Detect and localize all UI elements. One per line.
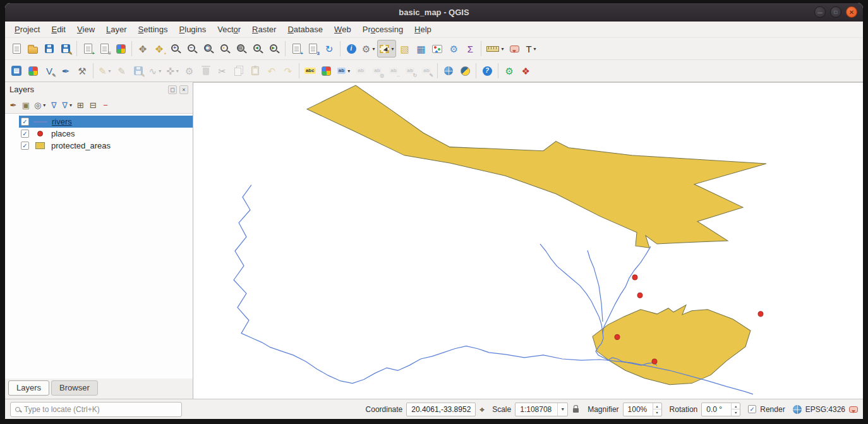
- current-edits-dropdown[interactable]: ▾: [109, 68, 111, 74]
- layer-row-rivers[interactable]: ✓rivers: [19, 116, 193, 128]
- zoom-in-button[interactable]: +: [167, 40, 184, 58]
- menu-raster[interactable]: Raster: [246, 21, 282, 37]
- save-project-button[interactable]: [41, 40, 57, 58]
- new-3d-map-view-button[interactable]: 3: [304, 40, 321, 58]
- zoom-full-extent-button[interactable]: ▢: [200, 40, 217, 58]
- messages-icon[interactable]: [849, 406, 858, 413]
- multiedit-attributes-button[interactable]: ⚙: [181, 62, 198, 80]
- title-bar[interactable]: basic_map - QGIS — □ ✕: [5, 3, 863, 21]
- render-checkbox[interactable]: ✓: [748, 405, 756, 413]
- pan-map-button[interactable]: ✥: [135, 40, 151, 58]
- coordinate-input[interactable]: [406, 403, 476, 416]
- magnifier-up-icon[interactable]: ▴: [653, 403, 661, 410]
- menu-help[interactable]: Help: [409, 21, 437, 37]
- options-button[interactable]: ⚙: [445, 40, 462, 58]
- locator-input[interactable]: [24, 405, 177, 414]
- zoom-out-button[interactable]: −: [184, 40, 200, 58]
- layer-row-protected_areas[interactable]: ✓protected_areas: [19, 140, 193, 152]
- current-edits-button[interactable]: ✎▾: [96, 62, 114, 80]
- copy-features-button[interactable]: [231, 62, 247, 80]
- expand-all-button[interactable]: ⊞: [74, 98, 87, 112]
- menu-layer[interactable]: Layer: [100, 21, 133, 37]
- map-canvas[interactable]: [193, 82, 863, 399]
- pan-map-to-selection-button[interactable]: ✥▪: [151, 40, 167, 58]
- toggle-editing-button[interactable]: ✎: [114, 62, 130, 80]
- change-label-properties-button[interactable]: ab✎: [418, 62, 435, 80]
- python-console-button[interactable]: [457, 62, 473, 80]
- measure-line-dropdown[interactable]: ▾: [501, 46, 503, 52]
- crs-globe-icon[interactable]: [793, 405, 802, 414]
- map-tips-button[interactable]: [507, 40, 523, 58]
- new-project-button[interactable]: [8, 40, 25, 58]
- paste-features-button[interactable]: [247, 62, 263, 80]
- run-feature-action-dropdown[interactable]: ▾: [372, 46, 375, 52]
- select-features-button[interactable]: ▾: [377, 40, 396, 58]
- rotation-down-icon[interactable]: ▾: [732, 409, 740, 416]
- tab-browser[interactable]: Browser: [51, 380, 98, 396]
- rotation-spinbox[interactable]: 0.0 ° ▴ ▾: [701, 403, 740, 416]
- scale-combo[interactable]: 1:108708 ▾: [515, 403, 568, 416]
- metasearch-button[interactable]: [440, 62, 457, 80]
- labeling-options-dropdown[interactable]: ▾: [347, 68, 350, 74]
- open-project-button[interactable]: [25, 40, 41, 58]
- locator-bar[interactable]: [10, 402, 182, 417]
- text-annotation-dropdown[interactable]: ▾: [534, 46, 536, 52]
- identify-features-button[interactable]: i: [343, 40, 359, 58]
- new-print-layout-button[interactable]: +: [80, 40, 96, 58]
- text-annotation-button[interactable]: T▾: [523, 40, 539, 58]
- zoom-to-layer-button[interactable]: ▤: [233, 40, 250, 58]
- undo-button[interactable]: ↶: [263, 62, 280, 80]
- rotate-label-button[interactable]: ab↻: [402, 62, 418, 80]
- zoom-last-button[interactable]: ◂: [250, 40, 266, 58]
- menu-plugins[interactable]: Plugins: [174, 21, 212, 37]
- filter-by-expression-dropdown[interactable]: ▾: [69, 102, 72, 108]
- menu-edit[interactable]: Edit: [45, 21, 71, 37]
- zoom-to-selection-button[interactable]: ▪: [217, 40, 233, 58]
- magnifier-lock-icon[interactable]: [573, 408, 579, 413]
- vertex-tool-dropdown[interactable]: ▾: [176, 68, 179, 74]
- layer-visibility-checkbox[interactable]: ✓: [21, 142, 29, 150]
- collapse-all-button[interactable]: ⊟: [87, 98, 99, 112]
- layer-diagram-button[interactable]: [318, 62, 335, 80]
- select-features-dropdown[interactable]: ▾: [391, 46, 394, 52]
- show-hide-labels-button[interactable]: ab◎: [369, 62, 385, 80]
- move-label-button[interactable]: ab↔: [385, 62, 402, 80]
- open-attribute-table-button[interactable]: ▦: [413, 40, 429, 58]
- open-field-calculator-button[interactable]: [429, 40, 445, 58]
- new-map-view-button[interactable]: +: [288, 40, 304, 58]
- extents-toggle-icon[interactable]: ⌖: [479, 405, 485, 414]
- add-feature-dropdown[interactable]: ▾: [159, 68, 161, 74]
- show-statistical-summary-button[interactable]: Σ: [462, 40, 478, 58]
- run-feature-action-button[interactable]: ⚙▾: [359, 40, 377, 58]
- help-contents-button[interactable]: ?: [479, 62, 495, 80]
- vertex-tool-button[interactable]: ✜▾: [164, 62, 181, 80]
- manage-map-themes-dropdown[interactable]: ▾: [43, 102, 45, 108]
- open-layer-styling-button[interactable]: ✒: [7, 98, 20, 112]
- processing-toolbox-button[interactable]: ⚙: [501, 62, 517, 80]
- menu-processing[interactable]: Processing: [357, 21, 409, 37]
- grass-tools-button[interactable]: ❖: [517, 62, 534, 80]
- layer-visibility-checkbox[interactable]: ✓: [21, 130, 29, 138]
- remove-layer-button[interactable]: −: [99, 98, 112, 112]
- add-vector-layer-button[interactable]: [25, 62, 41, 80]
- open-data-source-manager-button[interactable]: ▤: [8, 62, 25, 80]
- new-spatialite-layer-button[interactable]: ✒: [57, 62, 74, 80]
- close-button[interactable]: ✕: [846, 6, 857, 18]
- cut-features-button[interactable]: ✂: [214, 62, 231, 80]
- menu-view[interactable]: View: [71, 21, 100, 37]
- filter-by-expression-button[interactable]: ∇▾: [60, 98, 74, 112]
- redo-button[interactable]: ↷: [280, 62, 296, 80]
- magnifier-down-icon[interactable]: ▾: [653, 409, 661, 416]
- scale-dropdown-icon[interactable]: ▾: [557, 403, 567, 416]
- manage-map-themes-button[interactable]: ◎▾: [32, 98, 47, 112]
- menu-database[interactable]: Database: [282, 21, 329, 37]
- rotation-up-icon[interactable]: ▴: [732, 403, 740, 410]
- measure-line-button[interactable]: ▾: [484, 40, 506, 58]
- deselect-features-button[interactable]: ▧: [396, 40, 413, 58]
- panel-float-button[interactable]: ◻: [168, 85, 177, 94]
- tab-layers[interactable]: Layers: [8, 380, 49, 396]
- add-group-button[interactable]: ▣: [20, 98, 32, 112]
- layer-labeling-button[interactable]: abc: [302, 62, 318, 80]
- new-shapefile-layer-button[interactable]: V✎: [41, 62, 57, 80]
- menu-project[interactable]: Project: [9, 21, 45, 37]
